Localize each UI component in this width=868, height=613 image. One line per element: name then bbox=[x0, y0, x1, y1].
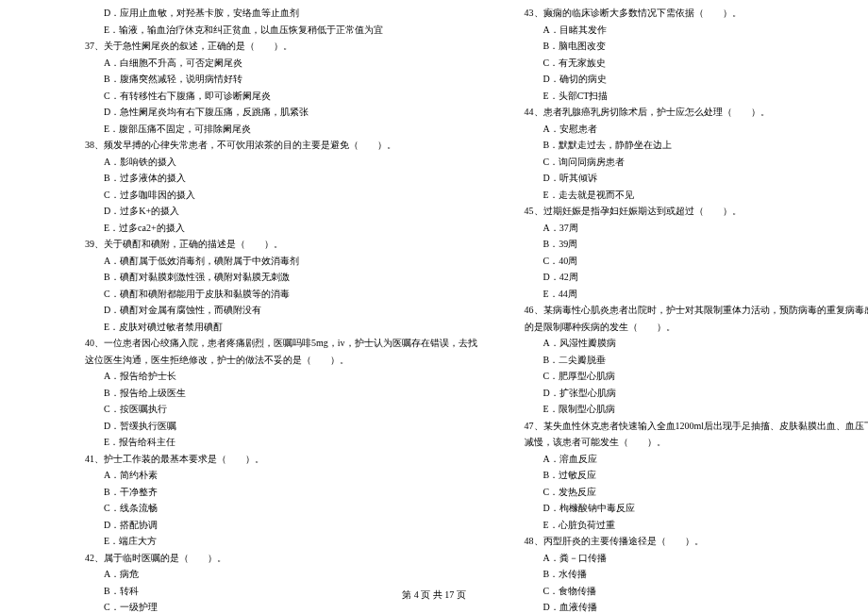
right-line: D．42周 bbox=[525, 269, 868, 286]
right-line: 44、患者乳腺癌乳房切除术后，护士应怎么处理（ ）。 bbox=[525, 104, 868, 121]
left-line: 39、关于碘酊和碘附，正确的描述是（ ）。 bbox=[85, 236, 477, 253]
left-line: E．腹部压痛不固定，可排除阑尾炎 bbox=[85, 121, 477, 138]
right-line: E．头部CT扫描 bbox=[525, 88, 868, 105]
left-line: B．腹痛突然减轻，说明病情好转 bbox=[85, 71, 477, 88]
left-line: C．过多咖啡因的摄入 bbox=[85, 187, 477, 204]
right-line: D．枸橼酸钠中毒反应 bbox=[525, 500, 868, 517]
left-line: E．端庄大方 bbox=[85, 533, 477, 550]
left-line: B．干净整齐 bbox=[85, 484, 477, 501]
right-line: A．粪－口传播 bbox=[525, 550, 868, 567]
page-container: D．应用止血敏，对羟基卡胺，安络血等止血剂E．输液，输血治疗休克和纠正贫血，以血… bbox=[0, 0, 868, 575]
left-line: E．过多ca2+的摄入 bbox=[85, 220, 477, 237]
left-line: 41、护士工作装的最基本要求是（ ）。 bbox=[85, 451, 477, 468]
right-line: B．过敏反应 bbox=[525, 467, 868, 484]
left-line: E．报告给科主任 bbox=[85, 434, 477, 451]
right-line: D．扩张型心肌病 bbox=[525, 385, 868, 402]
right-line: C．有无家族史 bbox=[525, 55, 868, 72]
right-line: E．心脏负荷过重 bbox=[525, 517, 868, 534]
right-line: 减慢，该患者可能发生（ ）。 bbox=[525, 434, 868, 451]
left-line: A．碘酊属于低效消毒剂，碘附属于中效消毒剂 bbox=[85, 253, 477, 270]
right-line: A．安慰患者 bbox=[525, 121, 868, 138]
right-line: 的是限制哪种疾病的发生（ ）。 bbox=[525, 319, 868, 336]
left-line: D．碘酊对金属有腐蚀性，而碘附没有 bbox=[85, 302, 477, 319]
left-line: B．过多液体的摄入 bbox=[85, 170, 477, 187]
left-line: 38、频发早搏的心律失常患者，不可饮用浓茶的目的主要是避免（ ）。 bbox=[85, 137, 477, 154]
right-line: 48、丙型肝炎的主要传播途径是（ ）。 bbox=[525, 533, 868, 550]
right-line: A．目睹其发作 bbox=[525, 22, 868, 39]
left-line: A．报告给护士长 bbox=[85, 368, 477, 385]
left-line: D．暂缓执行医嘱 bbox=[85, 418, 477, 435]
left-line: C．碘酊和碘附都能用于皮肤和黏膜等的消毒 bbox=[85, 286, 477, 303]
right-line: 43、癫痫的临床诊断大多数情况下需依据（ ）。 bbox=[525, 5, 868, 22]
right-line: E．走去就是视而不见 bbox=[525, 187, 868, 204]
right-line: B．39周 bbox=[525, 236, 868, 253]
left-line: 37、关于急性阑尾炎的叙述，正确的是（ ）。 bbox=[85, 38, 477, 55]
right-line: C．40周 bbox=[525, 253, 868, 270]
right-line: 47、某失血性休克患者快速输入全血1200ml后出现手足抽搐、皮肤黏膜出血、血压… bbox=[525, 418, 868, 435]
right-line: A．风湿性瓣膜病 bbox=[525, 335, 868, 352]
left-line: B．报告给上级医生 bbox=[85, 385, 477, 402]
right-line: A．37周 bbox=[525, 220, 868, 237]
left-line: E．输液，输血治疗休克和纠正贫血，以血压恢复稍低于正常值为宜 bbox=[85, 22, 477, 39]
right-line: B．水传播 bbox=[525, 566, 868, 583]
left-line: A．简约朴素 bbox=[85, 467, 477, 484]
left-line: A．影响铁的摄入 bbox=[85, 154, 477, 171]
left-line: A．白细胞不升高，可否定阑尾炎 bbox=[85, 55, 477, 72]
right-line: C．肥厚型心肌病 bbox=[525, 368, 868, 385]
left-line: C．按医嘱执行 bbox=[85, 401, 477, 418]
right-line: E．限制型心肌病 bbox=[525, 401, 868, 418]
left-line: D．应用止血敏，对羟基卡胺，安络血等止血剂 bbox=[85, 5, 477, 22]
left-line: D．过多K+的摄入 bbox=[85, 203, 477, 220]
right-line: A．溶血反应 bbox=[525, 451, 868, 468]
right-line: 46、某病毒性心肌炎患者出院时，护士对其限制重体力活动，预防病毒的重复病毒感染，… bbox=[525, 302, 868, 319]
right-line: B．二尖瓣脱垂 bbox=[525, 352, 868, 369]
left-line: 42、属于临时医嘱的是（ ）。 bbox=[85, 550, 477, 567]
left-line: 这位医生沟通，医生拒绝修改，护士的做法不妥的是（ ）。 bbox=[85, 352, 477, 369]
left-line: D．搭配协调 bbox=[85, 517, 477, 534]
left-line: B．碘酊对黏膜刺激性强，碘附对黏膜无刺激 bbox=[85, 269, 477, 286]
right-column: 43、癫痫的临床诊断大多数情况下需依据（ ）。A．目睹其发作B．脑电图改变C．有… bbox=[492, 5, 868, 571]
right-line: B．脑电图改变 bbox=[525, 38, 868, 55]
right-line: B．默默走过去，静静坐在边上 bbox=[525, 137, 868, 154]
right-line: 45、过期妊娠是指孕妇妊娠期达到或超过（ ）。 bbox=[525, 203, 868, 220]
left-line: E．皮肤对碘过敏者禁用碘酊 bbox=[85, 319, 477, 336]
right-line: D．确切的病史 bbox=[525, 71, 868, 88]
right-line: C．询问同病房患者 bbox=[525, 154, 868, 171]
left-line: C．有转移性右下腹痛，即可诊断阑尾炎 bbox=[85, 88, 477, 105]
left-column: D．应用止血敏，对羟基卡胺，安络血等止血剂E．输液，输血治疗休克和纠正贫血，以血… bbox=[0, 5, 492, 571]
right-line: D．听其倾诉 bbox=[525, 170, 868, 187]
left-line: C．线条流畅 bbox=[85, 500, 477, 517]
left-line: D．急性阑尾炎均有右下腹压痛，反跳痛，肌紧张 bbox=[85, 104, 477, 121]
left-line: 40、一位患者因心绞痛入院，患者疼痛剧烈，医嘱吗啡5mg，iv，护士认为医嘱存在… bbox=[85, 335, 477, 352]
left-line: A．病危 bbox=[85, 566, 477, 583]
page-footer: 第 4 页 共 17 页 bbox=[0, 588, 868, 602]
right-line: C．发热反应 bbox=[525, 484, 868, 501]
right-line: E．44周 bbox=[525, 286, 868, 303]
